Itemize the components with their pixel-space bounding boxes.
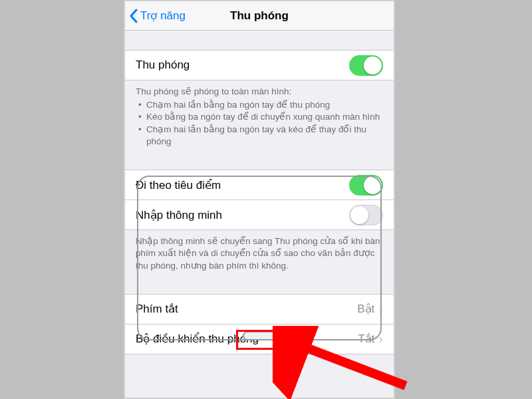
row-zoom-controller-label: Bộ điều khiển thu phóng: [136, 332, 358, 346]
row-shortcut[interactable]: Phím tắt Bật ›: [125, 294, 394, 325]
zoom-toggle[interactable]: [349, 55, 383, 76]
follow-focus-toggle[interactable]: [349, 175, 383, 196]
desc-intro: Thu phóng sẽ phóng to toàn màn hình:: [136, 86, 383, 98]
row-smart-typing-label: Nhập thông minh: [136, 208, 349, 222]
row-shortcut-value: Bật: [357, 302, 374, 316]
navbar: Trợ năng Thu phóng: [125, 1, 394, 31]
row-smart-typing[interactable]: Nhập thông minh: [125, 200, 394, 230]
chevron-left-icon: [129, 9, 138, 23]
desc-bullet: Kéo bằng ba ngón tay để di chuyển xung q…: [138, 111, 383, 123]
smart-typing-description: Nhập thông minh sẽ chuyển sang Thu phóng…: [125, 230, 394, 279]
settings-screen: Trợ năng Thu phóng Thu phóng Thu phóng s…: [124, 0, 395, 399]
back-button[interactable]: Trợ năng: [125, 9, 186, 23]
smart-typing-toggle[interactable]: [349, 205, 383, 225]
row-follow-focus[interactable]: Đi theo tiêu điểm: [125, 170, 394, 200]
row-zoom-controller[interactable]: Bộ điều khiển thu phóng Tắt ›: [125, 324, 394, 354]
desc-bullet: Chạm hai lần bằng ba ngón tay và kéo để …: [138, 124, 383, 148]
content: Thu phóng Thu phóng sẽ phóng to toàn màn…: [125, 31, 394, 398]
chevron-right-icon: ›: [378, 331, 383, 346]
chevron-right-icon: ›: [378, 301, 383, 317]
row-zoom[interactable]: Thu phóng: [125, 50, 394, 80]
row-shortcut-label: Phím tắt: [136, 302, 357, 316]
zoom-description: Thu phóng sẽ phóng to toàn màn hình: Chạ…: [125, 80, 394, 154]
row-follow-focus-label: Đi theo tiêu điểm: [136, 178, 349, 192]
row-zoom-label: Thu phóng: [136, 59, 349, 72]
row-zoom-controller-value: Tắt: [358, 332, 374, 346]
desc-bullet: Chạm hai lần bằng ba ngón tay để thu phó…: [138, 99, 383, 111]
back-label: Trợ năng: [140, 9, 186, 23]
